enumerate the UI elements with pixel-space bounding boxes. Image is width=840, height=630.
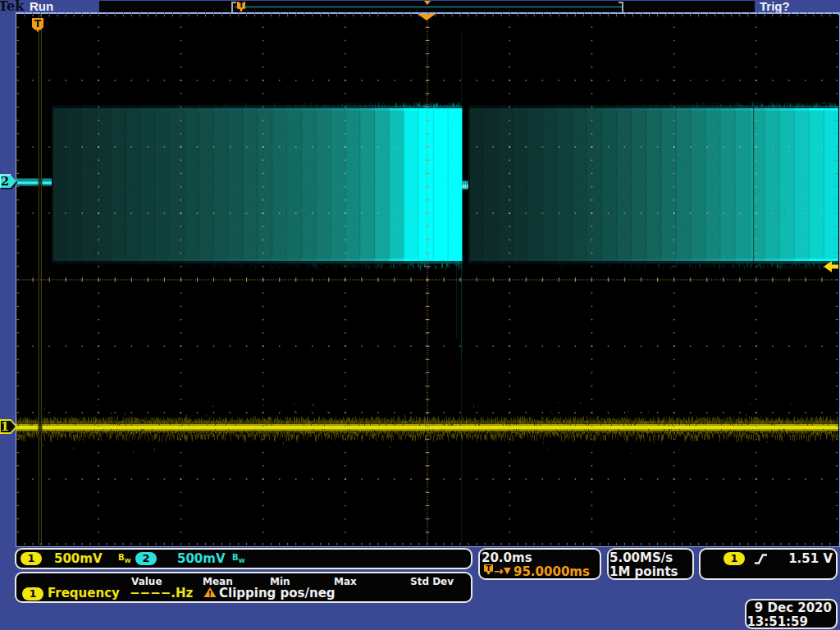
trigger-readout-box[interactable]: 1 1.51 V [699, 548, 838, 580]
channel2-flag-label: 2 [1, 174, 9, 189]
trigger-status: Trig? [760, 0, 790, 13]
measurement-header-stddev: Std Dev [410, 576, 454, 587]
trigger-flag-label: T [34, 18, 42, 30]
bandwidth-sub: W [239, 558, 245, 564]
sample-rate: 5.00MS/s [609, 550, 673, 565]
trigger-delay-triangle: ▼ [504, 565, 510, 576]
time-text: 13:51:59 [746, 614, 808, 629]
channel1-position-flag[interactable]: 1 [0, 419, 19, 436]
bandwidth-letter: B [118, 553, 125, 562]
trigger-delay-flag-icon: T [484, 564, 493, 574]
channel1-badge: 1 [21, 552, 42, 565]
channel2-badge: 2 [135, 552, 157, 565]
record-view-trigger-marker[interactable]: T [237, 2, 245, 11]
channel2-position-flag[interactable]: 2 [0, 174, 19, 191]
channel2-bandwidth-icon: BW [232, 553, 244, 564]
bandwidth-sub: W [125, 558, 131, 564]
measurement-box[interactable]: Value Mean Min Max Std Dev 1 Frequency −… [15, 572, 472, 603]
channel1-flag-label: 1 [1, 419, 9, 434]
trigger-position-flag[interactable]: T [32, 18, 44, 34]
channel-readout-box[interactable]: 1 500mV BW 2 500mV BW [15, 548, 472, 569]
measurement-name: Frequency [48, 586, 120, 600]
acquisition-readout-box[interactable]: 5.00MS/s 1M points [607, 548, 694, 580]
channel2-scale: 500mV [177, 551, 226, 566]
trigger-delay-arrow: → [494, 564, 504, 578]
rising-edge-glyph [753, 552, 769, 565]
date-text: 9 Dec 2020 [755, 600, 832, 615]
waveform-display[interactable] [16, 14, 838, 546]
channel1-scale: 500mV [54, 551, 103, 566]
record-view-expansion-triangle [424, 1, 431, 5]
acquisition-status: Run [30, 0, 53, 13]
bandwidth-letter: B [232, 553, 239, 562]
record-view-window-line [235, 7, 622, 7]
datetime-box: 9 Dec 2020 13:51:59 [745, 599, 838, 629]
trigger-slope-icon [753, 552, 769, 568]
warning-text: Clipping pos/neg [219, 586, 336, 600]
record-view-bar[interactable]: T [99, 1, 755, 12]
oscilloscope-screen: Tek Run Trig? T T 2 1 1 500mV BW 2 500mV… [0, 0, 840, 630]
channel1-bandwidth-icon: BW [118, 553, 130, 564]
measurement-header-max: Max [334, 576, 357, 587]
timebase-scale: 20.0ms [482, 550, 532, 565]
measurement-value: −−−−.Hz [130, 586, 193, 600]
trigger-delay-value: 95.0000ms [514, 564, 590, 579]
trigger-level: 1.51 V [788, 551, 833, 566]
trigger-source-badge: 1 [724, 552, 745, 565]
measurement-source-badge: 1 [22, 587, 43, 600]
warning-icon [203, 587, 217, 601]
warning-triangle-glyph [203, 587, 217, 598]
horizontal-readout-box[interactable]: 20.0ms T → ▼ 95.0000ms [478, 548, 601, 580]
record-length: 1M points [609, 564, 678, 579]
